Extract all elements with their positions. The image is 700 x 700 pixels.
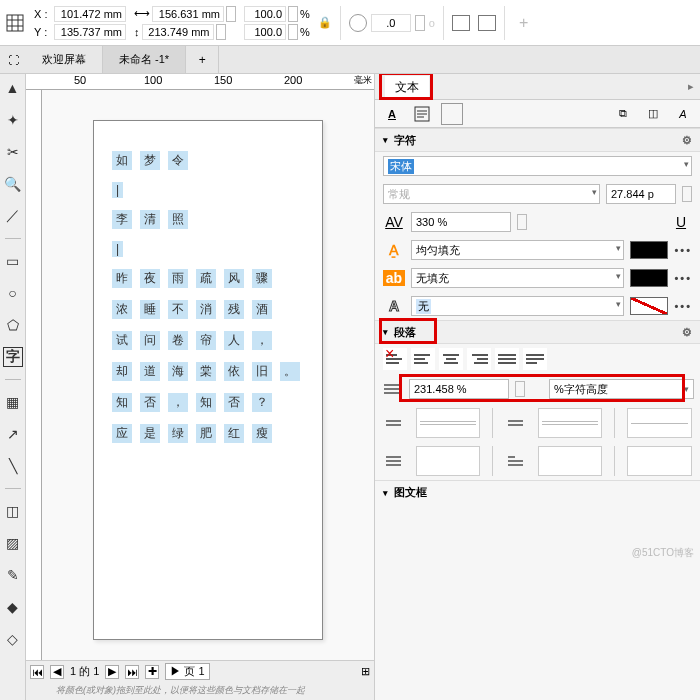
poem-line-7[interactable]: 知否，知否？	[112, 393, 304, 412]
page-viewport[interactable]: 如梦令 | 李清照 | 昨夜雨疏风骤 浓睡不消残酒 试问卷帘人， 却道海棠依旧。…	[42, 90, 374, 660]
lock-ratio-icon[interactable]: 🔒	[318, 16, 332, 29]
y-value[interactable]: 135.737 mm	[54, 24, 126, 40]
poem-line-1[interactable]: 如梦令	[112, 151, 304, 170]
mirror-v-icon[interactable]	[478, 15, 496, 31]
sy-spinner[interactable]	[288, 24, 298, 40]
ellipse-tool-icon[interactable]: ○	[3, 283, 23, 303]
space-before-input[interactable]	[416, 408, 481, 438]
table-tool-icon[interactable]: ▦	[3, 392, 23, 412]
tab-menu-icon[interactable]: ⛶	[0, 46, 26, 73]
rectangle-tool-icon[interactable]: ▭	[3, 251, 23, 271]
poem-line-3[interactable]: 昨夜雨疏风骤	[112, 269, 304, 288]
poem-line-4[interactable]: 浓睡不消残酒	[112, 300, 304, 319]
shape-tool-icon[interactable]: ✦	[3, 110, 23, 130]
frame-text-icon[interactable]	[441, 103, 463, 125]
grid-icon[interactable]	[4, 12, 26, 34]
space-after-input[interactable]	[538, 408, 603, 438]
size-spinner[interactable]	[682, 186, 692, 202]
section-text-frame[interactable]: ▾图文框	[375, 480, 700, 504]
tab-overflow-icon[interactable]: ▸	[688, 80, 694, 93]
gear-icon[interactable]: ⚙	[682, 134, 692, 147]
width-value[interactable]: 156.631 mm	[152, 6, 224, 22]
page-tab[interactable]: ▶ 页 1	[165, 663, 209, 680]
align-none-button[interactable]: ×	[383, 348, 407, 370]
font-family-select[interactable]: 宋体▾	[383, 156, 692, 176]
mirror-h-icon[interactable]	[452, 15, 470, 31]
crop-tool-icon[interactable]: ✂	[3, 142, 23, 162]
outline-more-button[interactable]: •••	[674, 300, 692, 312]
fill-tool-icon[interactable]: ◆	[3, 597, 23, 617]
transparency-tool-icon[interactable]: ▨	[3, 533, 23, 553]
page-indicator: 1 的 1	[70, 664, 99, 679]
bg-color-swatch[interactable]	[630, 269, 668, 287]
scale-y[interactable]: 100.0	[244, 24, 286, 40]
sx-spinner[interactable]	[288, 6, 298, 22]
height-spinner[interactable]	[216, 24, 226, 40]
add-button[interactable]: +	[513, 14, 534, 32]
section-character[interactable]: ▾字符⚙	[375, 128, 700, 152]
kerning-spinner[interactable]	[517, 214, 527, 230]
prev-page-button[interactable]: ◀	[50, 665, 64, 679]
dimension-tool-icon[interactable]: ↗	[3, 424, 23, 444]
kerning-input[interactable]: 330 %	[411, 212, 511, 232]
scale-x[interactable]: 100.0	[244, 6, 286, 22]
next-page-button[interactable]: ▶	[105, 665, 119, 679]
width-spinner[interactable]	[226, 6, 236, 22]
height-value[interactable]: 213.749 mm	[142, 24, 214, 40]
zoom-tool-icon[interactable]: 🔍	[3, 174, 23, 194]
dropshadow-tool-icon[interactable]: ◫	[3, 501, 23, 521]
align-center-button[interactable]	[439, 348, 463, 370]
hscroll-icon[interactable]: ⊞	[361, 665, 370, 678]
font-size-input[interactable]: 27.844 p	[606, 184, 676, 204]
align-right-button[interactable]	[467, 348, 491, 370]
rot-spinner[interactable]	[415, 15, 425, 31]
first-page-button[interactable]: ⏮	[30, 665, 44, 679]
outline-color-swatch[interactable]	[630, 297, 668, 315]
underline-icon[interactable]: U	[670, 214, 692, 230]
first-line-input[interactable]	[538, 446, 603, 476]
char-space-input[interactable]	[627, 408, 692, 438]
fill-color-swatch[interactable]	[630, 241, 668, 259]
poem-line-8[interactable]: 应是绿肥红瘦	[112, 424, 304, 443]
polygon-tool-icon[interactable]: ⬠	[3, 315, 23, 335]
new-tab-button[interactable]: +	[186, 46, 219, 73]
fill-more-button[interactable]: •••	[674, 244, 692, 256]
last-page-button[interactable]: ⏭	[125, 665, 139, 679]
align-left-button[interactable]	[411, 348, 435, 370]
left-indent-input[interactable]	[416, 446, 481, 476]
outline-tool-icon[interactable]: ◇	[3, 629, 23, 649]
paragraph-text-icon[interactable]	[411, 103, 433, 125]
copy-props-icon[interactable]: ⧉	[612, 103, 634, 125]
eyedropper-tool-icon[interactable]: ✎	[3, 565, 23, 585]
align-force-justify-button[interactable]	[523, 348, 547, 370]
poem-line-6[interactable]: 却道海棠依旧。	[112, 362, 304, 381]
separator	[492, 446, 493, 476]
freehand-tool-icon[interactable]: ／	[3, 206, 23, 226]
outline-type-select[interactable]: 无▾	[411, 296, 624, 316]
alignment-buttons: ×	[375, 344, 700, 374]
font-style-select[interactable]: 常规▾	[383, 184, 600, 204]
gear-icon[interactable]: ⚙	[682, 326, 692, 339]
tab-document[interactable]: 未命名 -1*	[103, 46, 186, 73]
bg-type-select[interactable]: 无填充▾	[411, 268, 624, 288]
document-page[interactable]: 如梦令 | 李清照 | 昨夜雨疏风骤 浓睡不消残酒 试问卷帘人， 却道海棠依旧。…	[93, 120, 323, 640]
poem-line-2[interactable]: 李清照	[112, 210, 304, 229]
text-tool-icon[interactable]: 字	[3, 347, 23, 367]
bg-more-button[interactable]: •••	[674, 272, 692, 284]
add-page-button[interactable]: ✚	[145, 665, 159, 679]
pick-tool-icon[interactable]: ▲	[3, 78, 23, 98]
x-value[interactable]: 101.472 mm	[54, 6, 126, 22]
frame-opts-icon[interactable]: ◫	[642, 103, 664, 125]
poem-line-5[interactable]: 试问卷帘人，	[112, 331, 304, 350]
rotate-icon[interactable]	[349, 14, 367, 32]
tab-welcome[interactable]: 欢迎屏幕	[26, 46, 103, 73]
connector-tool-icon[interactable]: ╲	[3, 456, 23, 476]
spacing-before-after-row	[375, 404, 700, 442]
rotation-value[interactable]: .0	[371, 14, 411, 32]
separator	[504, 6, 505, 40]
align-justify-button[interactable]	[495, 348, 519, 370]
artistic-text-icon[interactable]: A	[381, 103, 403, 125]
more-text-icon[interactable]: A	[672, 103, 694, 125]
right-indent-input[interactable]	[627, 446, 692, 476]
fill-type-select[interactable]: 均匀填充▾	[411, 240, 624, 260]
